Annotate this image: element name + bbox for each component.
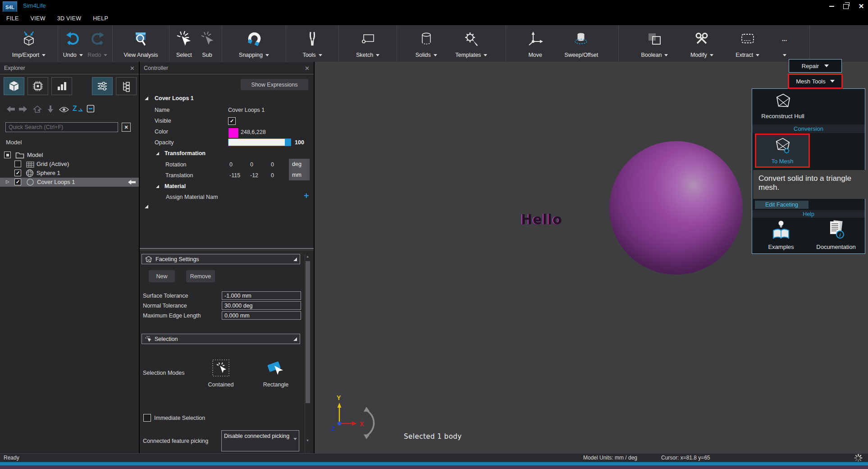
toolbar-group-move-sweep: Move Sweep/Offset xyxy=(506,26,619,62)
sphere-object[interactable] xyxy=(609,141,743,275)
cover-loops-checkbox[interactable]: ✓ xyxy=(14,179,21,185)
sweep-offset-button[interactable]: Sweep/Offset xyxy=(564,26,598,62)
splitter-handle[interactable] xyxy=(140,248,314,249)
show-expressions-button[interactable]: Show Expressions xyxy=(241,79,308,90)
visible-checkbox[interactable]: ✓ xyxy=(228,117,236,125)
nav-back-button[interactable] xyxy=(6,106,15,113)
redo-button[interactable]: Redo xyxy=(87,26,107,62)
tree-label[interactable]: Model xyxy=(27,152,43,158)
search-clear-button[interactable]: ✕ xyxy=(122,123,131,132)
tab-model[interactable] xyxy=(4,77,24,95)
modify-button[interactable]: Modify xyxy=(690,26,713,62)
imp-export-button[interactable]: Imp/Export xyxy=(12,26,46,62)
controller-close-icon[interactable]: ✕ xyxy=(305,65,310,72)
nav-down-button[interactable] xyxy=(47,105,54,113)
explorer-close-icon[interactable]: ✕ xyxy=(130,65,135,72)
color-swatch[interactable] xyxy=(228,128,239,138)
scrollbar-thumb[interactable] xyxy=(306,261,310,403)
add-material-button[interactable]: + xyxy=(304,191,309,200)
menu-file[interactable]: FILE xyxy=(6,15,19,22)
contained-mode-button[interactable] xyxy=(212,359,230,377)
rotation-y-value[interactable]: 0 xyxy=(250,160,253,169)
scroll-up-icon[interactable]: ▲ xyxy=(306,255,309,258)
axis-x-label: X xyxy=(360,420,364,428)
examples-item[interactable]: Examples xyxy=(758,220,804,250)
tab-properties[interactable] xyxy=(92,77,113,95)
max-edge-length-input[interactable] xyxy=(222,311,301,320)
restore-button[interactable] xyxy=(840,3,852,10)
visibility-button[interactable] xyxy=(59,106,69,113)
boolean-button[interactable]: Boolean xyxy=(641,26,668,62)
material-group[interactable]: Material xyxy=(156,182,186,191)
documentation-item[interactable]: i Documentation xyxy=(810,220,862,250)
to-mesh-item[interactable]: To Mesh xyxy=(755,133,810,168)
mesh-tools-dropdown-button[interactable]: Mesh Tools xyxy=(788,74,843,89)
scrollbar[interactable]: ▲ ▼ xyxy=(305,254,311,454)
tree-label[interactable]: Grid (Active) xyxy=(37,161,69,167)
transformation-group[interactable]: Transformation xyxy=(156,149,206,158)
tools-button[interactable]: Tools xyxy=(302,26,322,62)
menu-3d-view[interactable]: 3D VIEW xyxy=(57,15,82,22)
nav-home-button[interactable] xyxy=(33,105,42,113)
collapse-triangle-icon[interactable] xyxy=(145,205,148,208)
grid-checkbox[interactable] xyxy=(14,161,21,167)
selection-header[interactable]: Selection xyxy=(142,334,300,344)
toolbar-overflow-button[interactable]: ... xyxy=(782,26,787,62)
hello-3d-text[interactable]: Hello xyxy=(521,212,562,227)
group-cover-loops[interactable]: Cover Loops 1 xyxy=(145,94,194,103)
undo-button[interactable]: Undo xyxy=(63,26,83,62)
translation-z-value[interactable]: 0 xyxy=(271,171,274,180)
tree-row-model[interactable]: Model xyxy=(0,151,139,160)
tree-label[interactable]: Sphere 1 xyxy=(37,170,60,176)
tab-tree[interactable] xyxy=(116,77,137,95)
rotation-z-value[interactable]: 0 xyxy=(271,160,274,169)
remove-button[interactable]: Remove xyxy=(186,270,215,282)
expander-icon[interactable]: ▷ xyxy=(6,179,9,184)
orientation-axes-icon[interactable]: Y X Z xyxy=(327,392,385,442)
tree-row-sphere[interactable]: ✓ Sphere 1 xyxy=(0,169,139,178)
minimize-button[interactable] xyxy=(826,3,837,10)
opacity-slider[interactable] xyxy=(228,138,291,146)
tree-label[interactable]: Cover Loops 1 xyxy=(37,179,75,185)
repair-dropdown-button[interactable]: Repair xyxy=(789,59,842,73)
view-analysis-button[interactable]: View Analysis xyxy=(123,26,158,62)
tab-simulation[interactable] xyxy=(27,77,48,95)
sub-select-button[interactable]: Sub xyxy=(199,26,216,62)
surface-tolerance-input[interactable] xyxy=(222,291,301,300)
sketch-button[interactable]: Sketch xyxy=(356,26,379,62)
templates-button[interactable]: Templates xyxy=(455,26,487,62)
rotation-x-value[interactable]: 0 xyxy=(229,160,233,169)
menu-help[interactable]: HELP xyxy=(93,15,108,22)
application-window: S4L Sim4Life ✕ FILE VIEW 3D VIEW HELP Im… xyxy=(0,0,868,469)
translation-x-value[interactable]: -115 xyxy=(229,171,240,180)
close-button[interactable]: ✕ xyxy=(854,3,868,10)
connected-picking-dropdown[interactable]: Disable connected picking xyxy=(221,430,299,451)
sphere-checkbox[interactable]: ✓ xyxy=(14,170,21,176)
scroll-down-icon[interactable]: ▼ xyxy=(306,439,309,442)
edit-faceting-button[interactable]: Edit Faceting xyxy=(755,201,809,209)
snapping-button[interactable]: Snapping xyxy=(239,26,269,62)
search-input[interactable] xyxy=(5,122,118,132)
normal-tolerance-input[interactable] xyxy=(222,301,301,310)
rectangle-mode-button[interactable] xyxy=(266,359,286,377)
select-button[interactable]: Select xyxy=(175,26,192,62)
goto-left-arrow-icon[interactable] xyxy=(128,179,136,185)
immediate-selection-checkbox[interactable] xyxy=(143,414,151,422)
nav-forward-button[interactable] xyxy=(18,106,27,113)
solids-button[interactable]: Solids xyxy=(416,26,437,62)
menu-view[interactable]: VIEW xyxy=(31,15,46,22)
opacity-slider-handle[interactable] xyxy=(285,139,291,146)
collapse-all-button[interactable] xyxy=(87,105,95,113)
tree-row-cover-loops[interactable]: ▷ ✓ Cover Loops 1 xyxy=(0,178,139,187)
translation-y-value[interactable]: -12 xyxy=(250,171,258,180)
name-value[interactable]: Cover Loops 1 xyxy=(228,106,265,115)
faceting-settings-header[interactable]: Faceting Settings xyxy=(142,254,300,264)
zoom-to-button[interactable]: Z xyxy=(72,104,83,113)
model-checkbox[interactable] xyxy=(4,152,11,158)
tree-row-grid[interactable]: Grid (Active) xyxy=(0,160,139,169)
extract-button[interactable]: Extract xyxy=(736,26,759,62)
reconstruct-hull-item[interactable]: Reconstruct Hull xyxy=(754,92,812,120)
move-button[interactable]: Move xyxy=(526,26,544,62)
new-button[interactable]: New xyxy=(149,270,175,282)
tab-analysis[interactable] xyxy=(51,77,72,95)
